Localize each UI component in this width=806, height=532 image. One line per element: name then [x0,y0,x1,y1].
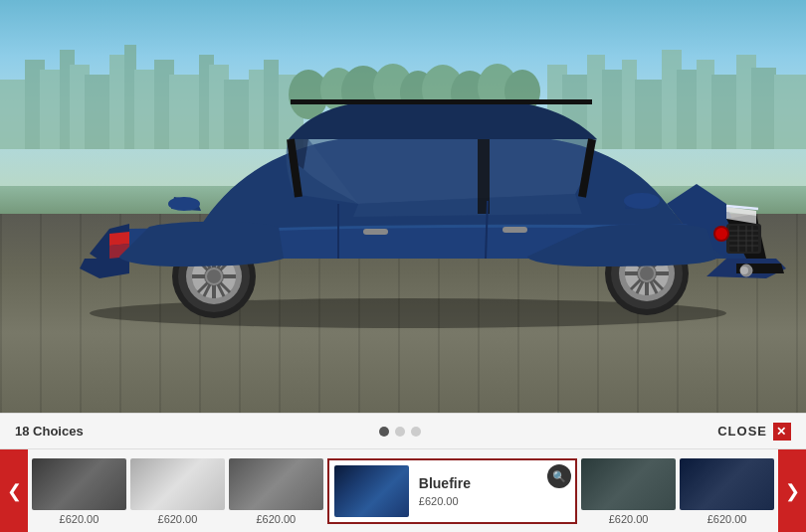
swatch-medium-grey[interactable]: £620.00 [229,458,323,525]
swatch-color-1 [32,458,126,510]
swatch-dark-teal[interactable]: £620.00 [581,458,676,525]
bottom-panel: 18 Choices CLOSE ✕ ❮ £620.00 £620.0 [0,413,806,532]
close-button[interactable]: CLOSE ✕ [717,423,791,441]
svg-rect-58 [363,229,388,235]
pagination-dots [379,427,421,437]
swatch-color-4 [334,465,409,517]
swatches-container: ❮ £620.00 £620.00 £620.00 [0,449,806,532]
right-arrow-icon: ❯ [785,480,800,502]
swatch-bluefire[interactable]: Bluefire £620.00 🔍 [327,458,577,524]
swatch-price-4: £620.00 [419,495,570,507]
dot-2[interactable] [395,427,405,437]
swatch-price-5: £620.00 [609,513,649,525]
car-display [0,0,806,413]
svg-point-85 [168,197,200,211]
swatch-price-6: £620.00 [707,513,747,525]
svg-point-50 [715,228,727,240]
next-arrow-button[interactable]: ❯ [778,449,806,532]
close-x-icon: ✕ [773,423,791,441]
close-label: CLOSE [717,424,767,439]
svg-point-83 [206,268,222,284]
panel-header: 18 Choices CLOSE ✕ [0,414,806,449]
swatch-silver[interactable]: £620.00 [130,458,225,525]
choices-count: 18 Choices [15,424,84,439]
swatch-dark-grey[interactable]: £620.00 [32,458,126,525]
svg-point-71 [639,266,655,281]
svg-point-52 [740,266,748,274]
swatch-color-2 [130,458,225,510]
left-arrow-icon: ❮ [7,480,22,502]
swatch-price-3: £620.00 [256,513,296,525]
swatch-price-2: £620.00 [158,513,198,525]
swatch-color-5 [581,458,676,510]
dot-3[interactable] [411,427,421,437]
search-icon: 🔍 [552,470,566,483]
prev-arrow-button[interactable]: ❮ [0,449,28,532]
swatch-color-6 [680,458,774,510]
swatch-dark-blue[interactable]: £620.00 [680,458,774,525]
svg-point-84 [624,193,660,209]
car-image [30,50,796,338]
svg-rect-59 [503,227,527,233]
svg-rect-41 [729,226,758,252]
search-icon-button[interactable]: 🔍 [547,464,571,488]
swatch-color-3 [229,458,323,510]
swatch-price-1: £620.00 [60,513,100,525]
dot-1[interactable] [379,427,389,437]
swatches-list: £620.00 £620.00 £620.00 Bluefire £620.00 [28,449,778,532]
